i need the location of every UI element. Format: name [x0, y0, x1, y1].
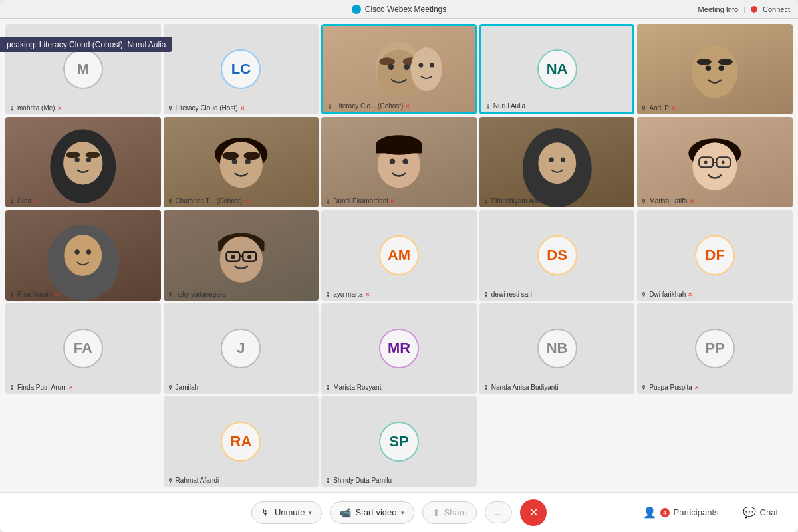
- mic-icon-fithri: 🎙: [483, 198, 489, 205]
- chat-label: Chat: [760, 507, 778, 517]
- mute-icon-dwi: ✕: [688, 291, 693, 298]
- name-nanda: Nanda Anisa Budiyanti: [491, 384, 559, 391]
- participant-badge: 4: [660, 508, 670, 517]
- mic-icon-rizky: 🎙: [168, 291, 174, 298]
- tile-literacy-cloud[interactable]: LC 🎙 Literacy Cloud (Host) ✕: [164, 24, 319, 114]
- tile-nanda[interactable]: NB 🎙 Nanda Anisa Budiyanti: [479, 303, 635, 394]
- mic-icon-nurul: 🎙: [485, 103, 491, 110]
- tile-gina[interactable]: 🎙 Gina ✕: [5, 117, 161, 207]
- tile-marista[interactable]: MR 🎙 Marista Rovyanti: [321, 303, 477, 394]
- webex-icon: [352, 5, 361, 14]
- chat-button[interactable]: 💬 Chat: [736, 502, 785, 523]
- avatar-nurul: NA: [537, 49, 577, 89]
- unmute-chevron: ▾: [309, 509, 312, 516]
- label-dwi: 🎙 Dwi farikhah ✕: [641, 291, 693, 298]
- tile-dwi[interactable]: DF 🎙 Dwi farikhah ✕: [637, 210, 793, 301]
- tile-ayu[interactable]: AM 🎙 ayu marta ✕: [321, 210, 477, 301]
- meeting-info-link[interactable]: Meeting Info: [698, 5, 739, 13]
- svg-point-11: [719, 65, 725, 71]
- name-marisa: Marisa Latifa: [649, 198, 687, 205]
- avatar-literacy-cloud: LC: [221, 49, 261, 89]
- tile-nurul[interactable]: NA 🎙 Nurul Aulia: [479, 24, 635, 114]
- mic-icon-jamilah: 🎙: [168, 384, 174, 391]
- face-svg-marisa: [637, 117, 793, 207]
- mic-icon-dwi: 🎙: [641, 291, 647, 298]
- tile-marisa[interactable]: 🎙 Marisa Latifa ✕: [637, 117, 793, 207]
- avatar-dwi: DF: [695, 235, 735, 275]
- svg-rect-30: [376, 145, 422, 153]
- connect-label: Connect: [763, 5, 790, 13]
- toolbar-right: 👤 4 Participants 💬 Chat: [636, 502, 785, 523]
- label-andi: 🎙 Andi P ✕: [641, 104, 676, 112]
- name-nurul: Nurul Aulia: [493, 102, 525, 110]
- name-risa: Risa Nuraini: [17, 291, 53, 298]
- title-bar: Cisco Webex Meetings Meeting Info | Conn…: [0, 0, 798, 19]
- end-call-button[interactable]: ✕: [520, 499, 547, 526]
- avatar-shindy: SP: [379, 422, 419, 462]
- name-rizky: rizky yudanegara: [176, 291, 226, 298]
- svg-point-8: [430, 63, 434, 68]
- tile-finda[interactable]: FA 🎙 Finda Putri Arum ✕: [5, 303, 161, 394]
- svg-point-21: [219, 142, 262, 188]
- name-dwi: Dwi farikhah: [649, 291, 686, 298]
- label-chatarina: 🎙 Chatarina T... (Cohost) ✕: [168, 198, 249, 205]
- name-fithri: Fithrishiyam Aulia Ras...: [491, 198, 563, 205]
- participants-button[interactable]: 👤 4 Participants: [636, 502, 726, 523]
- svg-point-24: [222, 152, 239, 160]
- more-button[interactable]: ...: [485, 501, 512, 523]
- tile-shindy[interactable]: SP 🎙 Shindy Duta Pamilu: [321, 396, 477, 487]
- label-fithri: 🎙 Fithrishiyam Aulia Ras...: [483, 198, 563, 205]
- mute-icon-chatarina: ✕: [244, 198, 249, 205]
- tile-andi[interactable]: 🎙 Andi P ✕: [637, 24, 793, 114]
- label-jamilah: 🎙 Jamilah: [168, 384, 198, 391]
- name-dandi: Dandi Ekamardani: [333, 198, 388, 205]
- end-call-icon: ✕: [529, 506, 538, 519]
- mute-icon-lc: ✕: [240, 105, 245, 112]
- tile-dandi[interactable]: 🎙 Dandi Ekamardani ✕: [321, 117, 477, 207]
- mute-icon-lc-cohost: ✕: [405, 103, 410, 110]
- svg-point-16: [74, 158, 79, 162]
- label-rizky: 🎙 rizky yudanegara: [168, 291, 226, 298]
- tile-risa[interactable]: 🎙 Risa Nuraini ✕: [5, 210, 161, 301]
- video-area: M 🎙 mahrita (Me) ✕ LC 🎙 Literacy Cloud (…: [0, 19, 798, 492]
- face-svg-andi: [637, 24, 793, 114]
- start-video-button[interactable]: 📹 Start video ▾: [330, 501, 414, 524]
- speaking-banner: peaking: Literacy Cloud (Cohost), Nurul …: [0, 37, 172, 52]
- tile-dewi[interactable]: DS 🎙 dewi resti sari: [479, 210, 635, 301]
- tile-lc-cohost[interactable]: 🎙 Literacy Clo... (Cohost) ✕: [321, 24, 477, 114]
- tile-chatarina[interactable]: 🎙 Chatarina T... (Cohost) ✕: [164, 117, 319, 207]
- name-andi: Andi P: [649, 104, 668, 112]
- label-literacy-cloud: 🎙 Literacy Cloud (Host) ✕: [168, 104, 245, 112]
- speaking-banner-text: peaking: Literacy Cloud (Cohost), Nurul …: [7, 40, 166, 49]
- mute-icon-dandi: ✕: [390, 198, 395, 205]
- tile-fithri[interactable]: 🎙 Fithrishiyam Aulia Ras...: [479, 117, 635, 207]
- label-nurul: 🎙 Nurul Aulia: [485, 102, 525, 110]
- mute-icon-risa: ✕: [55, 291, 61, 298]
- tile-jamilah[interactable]: J 🎙 Jamilah: [164, 303, 319, 394]
- mute-icon-gina: ✕: [33, 198, 39, 205]
- chat-icon: 💬: [743, 506, 756, 519]
- unmute-button[interactable]: 🎙 Unmute ▾: [251, 501, 323, 524]
- tile-rizky[interactable]: 🎙 rizky yudanegara: [164, 210, 319, 301]
- mic-icon-puspa: 🎙: [641, 384, 647, 391]
- unmute-label: Unmute: [275, 507, 305, 517]
- mic-icon-chatarina: 🎙: [168, 198, 174, 205]
- share-button[interactable]: ⬆ Share: [422, 501, 477, 524]
- video-grid: M 🎙 mahrita (Me) ✕ LC 🎙 Literacy Cloud (…: [5, 24, 793, 487]
- label-finda: 🎙 Finda Putri Arum ✕: [9, 384, 74, 391]
- label-nanda: 🎙 Nanda Anisa Budiyanti: [483, 384, 559, 391]
- svg-point-34: [561, 158, 565, 162]
- tile-puspa[interactable]: PP 🎙 Puspa Puspita ✕: [637, 303, 793, 394]
- label-risa: 🎙 Risa Nuraini ✕: [9, 291, 61, 298]
- svg-point-53: [247, 255, 251, 259]
- mute-icon-ayu: ✕: [365, 291, 370, 298]
- avatar-nanda: NB: [537, 329, 577, 368]
- label-dandi: 🎙 Dandi Ekamardani ✕: [325, 198, 395, 205]
- svg-point-19: [86, 152, 100, 158]
- face-svg-fithri: [479, 117, 635, 207]
- recording-dot: [751, 6, 757, 13]
- label-gina: 🎙 Gina ✕: [9, 198, 39, 205]
- tile-rahmat[interactable]: RA 🎙 Rahmat Afandi: [164, 396, 319, 487]
- name-marista: Marista Rovyanti: [333, 384, 382, 391]
- participants-icon: 👤: [643, 506, 656, 519]
